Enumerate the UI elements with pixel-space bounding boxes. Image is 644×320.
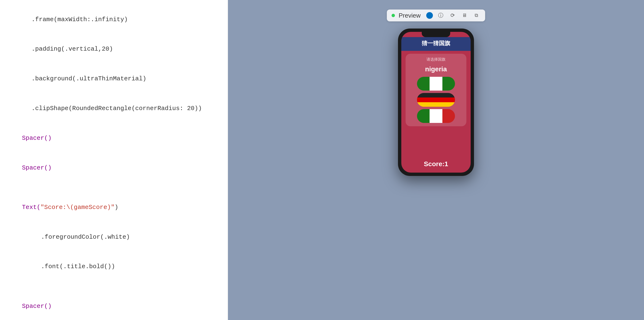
code-line: .clipShape(RoundedRectangle(cornerRadius…	[7, 94, 220, 123]
nigeria-green-right	[442, 77, 455, 91]
code-line: Spacer()	[7, 123, 220, 153]
code-line: .foregroundColor(.white)	[7, 222, 220, 252]
flag-button-nigeria[interactable]	[417, 77, 455, 91]
germany-red	[417, 98, 455, 102]
code-line: .background(.ultraThinMaterial)	[7, 64, 220, 94]
italy-green	[417, 109, 430, 123]
toolbar-monitor-button[interactable]: 🖥	[460, 12, 468, 20]
germany-gold	[417, 102, 455, 107]
code-line: Text("Score:\(gameScore)")	[7, 193, 220, 222]
toolbar-circle-icon[interactable]	[426, 12, 433, 19]
toolbar-info-button[interactable]: ⓘ	[437, 12, 445, 20]
app-title: 猜一猜国旗	[422, 40, 450, 47]
nigeria-green-left	[417, 77, 430, 91]
code-line: Spacer()	[7, 153, 220, 183]
code-editor: .frame(maxWidth:.infinity) .padding(.ver…	[0, 0, 228, 320]
score-display: Score:1	[424, 160, 448, 173]
phone-top-bar: 猜一猜国旗	[401, 37, 471, 51]
code-line	[7, 183, 220, 193]
card-subtitle: 请选择国旗	[426, 57, 446, 62]
italy-red	[442, 109, 455, 123]
toolbar-duplicate-button[interactable]: ⧉	[472, 12, 480, 20]
toolbar-rotate-button[interactable]: ⟳	[448, 12, 457, 20]
code-line: .frame(maxWidth:.infinity)	[7, 5, 220, 35]
flag-selection-card: 请选择国旗 nigeria	[406, 54, 466, 126]
code-line: .font(.title.bold())	[7, 252, 220, 282]
phone-screen: 猜一猜国旗 请选择国旗 nigeria	[401, 32, 471, 173]
phone-mockup: 猜一猜国旗 请选择国旗 nigeria	[398, 29, 474, 176]
preview-toolbar: Preview ⓘ ⟳ 🖥 ⧉	[387, 10, 485, 22]
code-line: .padding(.vertical,20)	[7, 35, 220, 64]
code-line	[7, 282, 220, 292]
code-line: Spacer()	[7, 291, 220, 320]
country-name: nigeria	[425, 65, 447, 73]
phone-notch	[422, 32, 450, 37]
preview-status-dot	[392, 14, 395, 17]
flag-button-italy[interactable]	[417, 109, 455, 123]
flag-button-germany[interactable]	[417, 93, 455, 107]
nigeria-white	[430, 77, 442, 91]
preview-panel: Preview ⓘ ⟳ 🖥 ⧉ 猜一猜国旗 请选择国旗 nigeria	[228, 0, 644, 320]
italy-white	[430, 109, 442, 123]
germany-black	[417, 93, 455, 98]
preview-title: Preview	[399, 12, 420, 19]
